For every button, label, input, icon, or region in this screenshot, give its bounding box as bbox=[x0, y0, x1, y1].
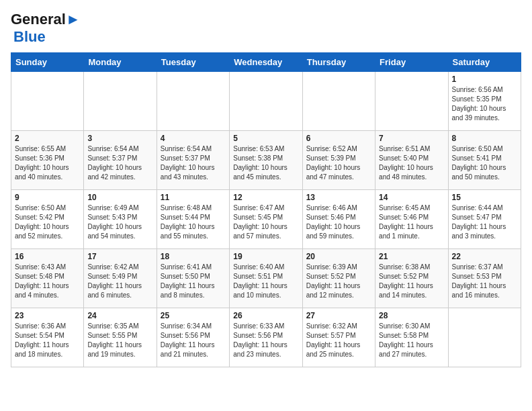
day-cell: 6Sunrise: 6:52 AMSunset: 5:39 PMDaylight… bbox=[302, 131, 375, 190]
day-cell: 13Sunrise: 6:46 AMSunset: 5:46 PMDayligh… bbox=[302, 190, 375, 249]
calendar-body: 1Sunrise: 6:56 AMSunset: 5:35 PMDaylight… bbox=[11, 72, 521, 367]
day-number: 8 bbox=[452, 134, 517, 143]
day-number: 14 bbox=[379, 193, 444, 202]
page-header: General► Blue bbox=[11, 11, 521, 46]
day-info: Sunrise: 6:49 AMSunset: 5:43 PMDaylight:… bbox=[87, 203, 152, 241]
day-info: Sunrise: 6:55 AMSunset: 5:36 PMDaylight:… bbox=[15, 144, 80, 182]
day-cell: 9Sunrise: 6:50 AMSunset: 5:42 PMDaylight… bbox=[11, 190, 84, 249]
day-cell: 2Sunrise: 6:55 AMSunset: 5:36 PMDaylight… bbox=[11, 131, 84, 190]
day-cell bbox=[230, 72, 302, 131]
header-cell-monday: Monday bbox=[84, 53, 157, 72]
day-info: Sunrise: 6:32 AMSunset: 5:57 PMDaylight:… bbox=[306, 322, 371, 359]
day-cell: 19Sunrise: 6:40 AMSunset: 5:51 PMDayligh… bbox=[230, 249, 302, 308]
week-row-1: 2Sunrise: 6:55 AMSunset: 5:36 PMDaylight… bbox=[11, 131, 521, 190]
day-cell bbox=[448, 308, 521, 367]
day-number: 2 bbox=[15, 134, 80, 143]
day-info: Sunrise: 6:30 AMSunset: 5:58 PMDaylight:… bbox=[379, 322, 444, 359]
day-info: Sunrise: 6:44 AMSunset: 5:47 PMDaylight:… bbox=[452, 203, 517, 241]
week-row-0: 1Sunrise: 6:56 AMSunset: 5:35 PMDaylight… bbox=[11, 72, 521, 131]
day-cell bbox=[84, 72, 157, 131]
day-number: 23 bbox=[15, 311, 80, 320]
day-cell: 21Sunrise: 6:38 AMSunset: 5:52 PMDayligh… bbox=[375, 249, 448, 308]
day-info: Sunrise: 6:37 AMSunset: 5:53 PMDaylight:… bbox=[452, 263, 517, 300]
day-info: Sunrise: 6:33 AMSunset: 5:56 PMDaylight:… bbox=[233, 322, 298, 359]
day-info: Sunrise: 6:42 AMSunset: 5:49 PMDaylight:… bbox=[87, 263, 152, 300]
day-number: 9 bbox=[15, 193, 80, 202]
day-number: 17 bbox=[87, 252, 152, 261]
day-info: Sunrise: 6:35 AMSunset: 5:55 PMDaylight:… bbox=[87, 322, 152, 359]
day-number: 21 bbox=[379, 252, 444, 261]
logo-text: General► bbox=[11, 11, 81, 28]
day-info: Sunrise: 6:46 AMSunset: 5:46 PMDaylight:… bbox=[306, 203, 371, 241]
day-info: Sunrise: 6:48 AMSunset: 5:44 PMDaylight:… bbox=[161, 203, 226, 241]
logo-blue-text: Blue bbox=[13, 28, 46, 45]
day-number: 4 bbox=[161, 134, 226, 143]
day-info: Sunrise: 6:36 AMSunset: 5:54 PMDaylight:… bbox=[15, 322, 80, 359]
day-number: 6 bbox=[306, 134, 371, 143]
day-info: Sunrise: 6:41 AMSunset: 5:50 PMDaylight:… bbox=[161, 263, 226, 300]
day-cell: 24Sunrise: 6:35 AMSunset: 5:55 PMDayligh… bbox=[84, 308, 157, 367]
day-cell: 4Sunrise: 6:54 AMSunset: 5:37 PMDaylight… bbox=[157, 131, 229, 190]
day-number: 11 bbox=[161, 193, 226, 202]
day-cell: 14Sunrise: 6:45 AMSunset: 5:46 PMDayligh… bbox=[375, 190, 448, 249]
day-number: 5 bbox=[233, 134, 298, 143]
day-cell: 17Sunrise: 6:42 AMSunset: 5:49 PMDayligh… bbox=[84, 249, 157, 308]
day-info: Sunrise: 6:50 AMSunset: 5:41 PMDaylight:… bbox=[452, 144, 517, 182]
day-info: Sunrise: 6:56 AMSunset: 5:35 PMDaylight:… bbox=[452, 85, 517, 123]
day-cell: 12Sunrise: 6:47 AMSunset: 5:45 PMDayligh… bbox=[230, 190, 302, 249]
header-cell-tuesday: Tuesday bbox=[157, 53, 229, 72]
day-number: 24 bbox=[87, 311, 152, 320]
day-info: Sunrise: 6:43 AMSunset: 5:48 PMDaylight:… bbox=[15, 263, 80, 300]
day-number: 1 bbox=[452, 75, 517, 84]
day-number: 20 bbox=[306, 252, 371, 261]
week-row-4: 23Sunrise: 6:36 AMSunset: 5:54 PMDayligh… bbox=[11, 308, 521, 367]
day-info: Sunrise: 6:38 AMSunset: 5:52 PMDaylight:… bbox=[379, 263, 444, 300]
day-info: Sunrise: 6:52 AMSunset: 5:39 PMDaylight:… bbox=[306, 144, 371, 182]
day-info: Sunrise: 6:54 AMSunset: 5:37 PMDaylight:… bbox=[161, 144, 226, 182]
day-number: 22 bbox=[452, 252, 517, 261]
day-number: 27 bbox=[306, 311, 371, 320]
day-cell: 7Sunrise: 6:51 AMSunset: 5:40 PMDaylight… bbox=[375, 131, 448, 190]
day-info: Sunrise: 6:40 AMSunset: 5:51 PMDaylight:… bbox=[233, 263, 298, 300]
day-info: Sunrise: 6:50 AMSunset: 5:42 PMDaylight:… bbox=[15, 203, 80, 241]
day-number: 18 bbox=[161, 252, 226, 261]
header-cell-wednesday: Wednesday bbox=[230, 53, 302, 72]
day-cell bbox=[157, 72, 229, 131]
day-cell: 1Sunrise: 6:56 AMSunset: 5:35 PMDaylight… bbox=[448, 72, 521, 131]
day-cell: 18Sunrise: 6:41 AMSunset: 5:50 PMDayligh… bbox=[157, 249, 229, 308]
logo: General► Blue bbox=[11, 11, 81, 46]
day-number: 26 bbox=[233, 311, 298, 320]
day-number: 12 bbox=[233, 193, 298, 202]
day-cell: 22Sunrise: 6:37 AMSunset: 5:53 PMDayligh… bbox=[448, 249, 521, 308]
day-cell: 15Sunrise: 6:44 AMSunset: 5:47 PMDayligh… bbox=[448, 190, 521, 249]
day-info: Sunrise: 6:45 AMSunset: 5:46 PMDaylight:… bbox=[379, 203, 444, 241]
day-number: 19 bbox=[233, 252, 298, 261]
calendar-table: SundayMondayTuesdayWednesdayThursdayFrid… bbox=[11, 52, 521, 367]
calendar-header-row: SundayMondayTuesdayWednesdayThursdayFrid… bbox=[11, 53, 521, 72]
week-row-3: 16Sunrise: 6:43 AMSunset: 5:48 PMDayligh… bbox=[11, 249, 521, 308]
day-cell bbox=[11, 72, 84, 131]
day-cell: 28Sunrise: 6:30 AMSunset: 5:58 PMDayligh… bbox=[375, 308, 448, 367]
header-cell-saturday: Saturday bbox=[448, 53, 521, 72]
day-cell bbox=[302, 72, 375, 131]
day-info: Sunrise: 6:39 AMSunset: 5:52 PMDaylight:… bbox=[306, 263, 371, 300]
day-cell: 5Sunrise: 6:53 AMSunset: 5:38 PMDaylight… bbox=[230, 131, 302, 190]
header-cell-friday: Friday bbox=[375, 53, 448, 72]
day-info: Sunrise: 6:51 AMSunset: 5:40 PMDaylight:… bbox=[379, 144, 444, 182]
day-info: Sunrise: 6:54 AMSunset: 5:37 PMDaylight:… bbox=[87, 144, 152, 182]
day-cell: 16Sunrise: 6:43 AMSunset: 5:48 PMDayligh… bbox=[11, 249, 84, 308]
day-number: 13 bbox=[306, 193, 371, 202]
day-number: 16 bbox=[15, 252, 80, 261]
day-number: 3 bbox=[87, 134, 152, 143]
day-cell: 26Sunrise: 6:33 AMSunset: 5:56 PMDayligh… bbox=[230, 308, 302, 367]
day-cell bbox=[375, 72, 448, 131]
day-cell: 10Sunrise: 6:49 AMSunset: 5:43 PMDayligh… bbox=[84, 190, 157, 249]
day-info: Sunrise: 6:34 AMSunset: 5:56 PMDaylight:… bbox=[161, 322, 226, 359]
day-number: 28 bbox=[379, 311, 444, 320]
day-number: 15 bbox=[452, 193, 517, 202]
header-cell-sunday: Sunday bbox=[11, 53, 84, 72]
day-cell: 11Sunrise: 6:48 AMSunset: 5:44 PMDayligh… bbox=[157, 190, 229, 249]
day-cell: 25Sunrise: 6:34 AMSunset: 5:56 PMDayligh… bbox=[157, 308, 229, 367]
day-cell: 3Sunrise: 6:54 AMSunset: 5:37 PMDaylight… bbox=[84, 131, 157, 190]
week-row-2: 9Sunrise: 6:50 AMSunset: 5:42 PMDaylight… bbox=[11, 190, 521, 249]
